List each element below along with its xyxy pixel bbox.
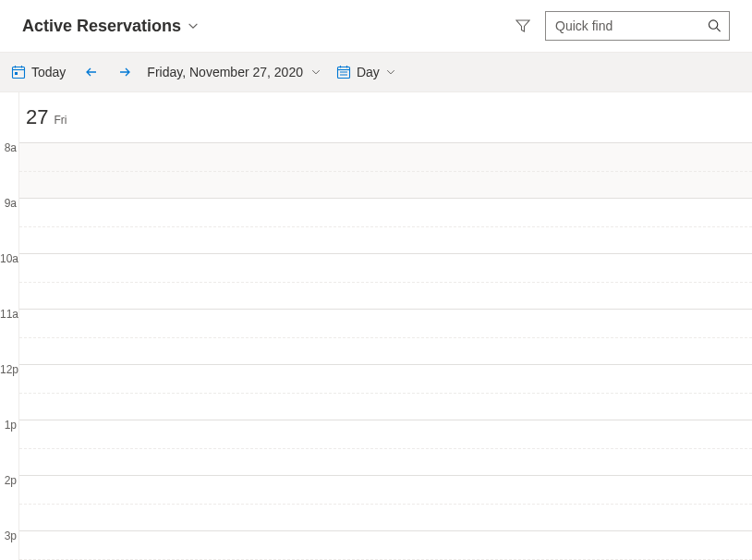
- time-label: 9a: [0, 198, 18, 253]
- calendar-today-icon: [11, 65, 26, 79]
- today-button[interactable]: Today: [4, 59, 73, 85]
- time-gutter: 8a 9a 10a 11a 12p 1p 2p 3p: [0, 92, 18, 560]
- time-label: 2p: [0, 475, 18, 530]
- calendar-toolbar: Today Friday, November 27, 2020 Day: [0, 52, 752, 92]
- date-display: Friday, November 27, 2020: [147, 65, 303, 79]
- hour-slot[interactable]: [19, 253, 752, 309]
- page-title: Active Reservations: [22, 17, 181, 36]
- search-icon: [708, 19, 722, 33]
- hour-slot[interactable]: [19, 475, 752, 530]
- time-label: 12p: [0, 364, 18, 420]
- hour-slot[interactable]: [19, 530, 752, 560]
- prev-button[interactable]: [77, 57, 106, 87]
- hour-slot[interactable]: [19, 364, 752, 420]
- day-column[interactable]: [18, 92, 752, 560]
- time-label: 3p: [0, 530, 18, 560]
- date-picker[interactable]: Friday, November 27, 2020: [143, 59, 325, 85]
- chevron-down-icon: [187, 19, 200, 32]
- chevron-down-icon: [310, 67, 321, 78]
- svg-rect-2: [13, 67, 25, 79]
- view-title-dropdown[interactable]: Active Reservations: [22, 17, 200, 36]
- hour-slot[interactable]: [19, 198, 752, 253]
- header-actions: [514, 11, 730, 41]
- time-label: 8a: [0, 142, 18, 198]
- search-input[interactable]: [546, 12, 729, 40]
- arrow-left-icon: [84, 65, 99, 79]
- hour-slot[interactable]: [19, 142, 752, 198]
- calendar-grid: 27 Fri 8a 9a 10a 11a 12p 1p 2p 3p: [0, 92, 752, 560]
- hour-slot[interactable]: [19, 420, 752, 475]
- search-box: [545, 11, 730, 41]
- svg-rect-6: [15, 72, 18, 75]
- arrow-right-icon: [117, 65, 132, 79]
- time-label: 10a: [0, 253, 18, 309]
- chevron-down-icon: [385, 67, 396, 78]
- svg-line-1: [717, 28, 721, 31]
- filter-button[interactable]: [514, 17, 532, 35]
- hour-slot[interactable]: [19, 309, 752, 364]
- next-button[interactable]: [110, 57, 139, 87]
- view-picker[interactable]: Day: [329, 59, 404, 85]
- search-button[interactable]: [708, 19, 722, 33]
- svg-point-0: [709, 20, 717, 29]
- time-label: 11a: [0, 309, 18, 364]
- view-label: Day: [357, 65, 380, 79]
- calendar-icon: [336, 65, 351, 79]
- filter-icon: [515, 18, 530, 33]
- today-label: Today: [31, 65, 66, 79]
- header-bar: Active Reservations: [0, 0, 752, 52]
- time-label: 1p: [0, 420, 18, 475]
